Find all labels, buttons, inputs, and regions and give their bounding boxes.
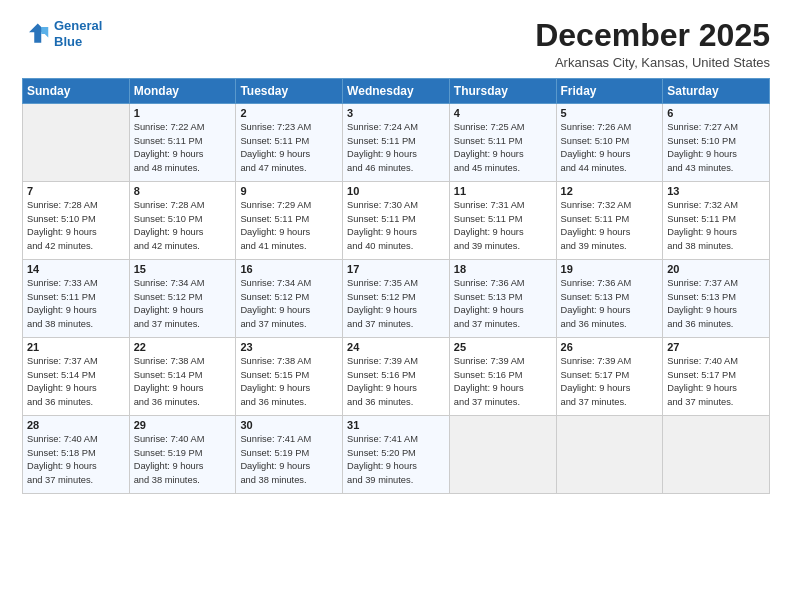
calendar-cell: 30Sunrise: 7:41 AMSunset: 5:19 PMDayligh… [236, 416, 343, 494]
calendar-cell: 9Sunrise: 7:29 AMSunset: 5:11 PMDaylight… [236, 182, 343, 260]
calendar-cell: 21Sunrise: 7:37 AMSunset: 5:14 PMDayligh… [23, 338, 130, 416]
calendar-week-1: 1Sunrise: 7:22 AMSunset: 5:11 PMDaylight… [23, 104, 770, 182]
col-saturday: Saturday [663, 79, 770, 104]
calendar-cell [449, 416, 556, 494]
title-block: December 2025 Arkansas City, Kansas, Uni… [535, 18, 770, 70]
day-info: Sunrise: 7:26 AMSunset: 5:10 PMDaylight:… [561, 121, 659, 175]
day-number: 24 [347, 341, 445, 353]
calendar-cell [23, 104, 130, 182]
calendar-cell: 26Sunrise: 7:39 AMSunset: 5:17 PMDayligh… [556, 338, 663, 416]
page: General Blue December 2025 Arkansas City… [0, 0, 792, 612]
day-info: Sunrise: 7:35 AMSunset: 5:12 PMDaylight:… [347, 277, 445, 331]
day-info: Sunrise: 7:27 AMSunset: 5:10 PMDaylight:… [667, 121, 765, 175]
day-number: 2 [240, 107, 338, 119]
day-number: 26 [561, 341, 659, 353]
day-number: 18 [454, 263, 552, 275]
day-number: 28 [27, 419, 125, 431]
calendar-header: Sunday Monday Tuesday Wednesday Thursday… [23, 79, 770, 104]
logo: General Blue [22, 18, 102, 49]
calendar-cell: 14Sunrise: 7:33 AMSunset: 5:11 PMDayligh… [23, 260, 130, 338]
day-number: 16 [240, 263, 338, 275]
calendar-cell: 15Sunrise: 7:34 AMSunset: 5:12 PMDayligh… [129, 260, 236, 338]
day-info: Sunrise: 7:39 AMSunset: 5:16 PMDaylight:… [347, 355, 445, 409]
calendar-table: Sunday Monday Tuesday Wednesday Thursday… [22, 78, 770, 494]
day-number: 3 [347, 107, 445, 119]
day-info: Sunrise: 7:40 AMSunset: 5:19 PMDaylight:… [134, 433, 232, 487]
calendar-cell: 23Sunrise: 7:38 AMSunset: 5:15 PMDayligh… [236, 338, 343, 416]
logo-icon [22, 20, 50, 48]
calendar-cell: 7Sunrise: 7:28 AMSunset: 5:10 PMDaylight… [23, 182, 130, 260]
day-info: Sunrise: 7:40 AMSunset: 5:17 PMDaylight:… [667, 355, 765, 409]
day-info: Sunrise: 7:34 AMSunset: 5:12 PMDaylight:… [240, 277, 338, 331]
calendar-week-2: 7Sunrise: 7:28 AMSunset: 5:10 PMDaylight… [23, 182, 770, 260]
col-monday: Monday [129, 79, 236, 104]
day-info: Sunrise: 7:41 AMSunset: 5:20 PMDaylight:… [347, 433, 445, 487]
calendar-cell [556, 416, 663, 494]
day-info: Sunrise: 7:33 AMSunset: 5:11 PMDaylight:… [27, 277, 125, 331]
day-info: Sunrise: 7:38 AMSunset: 5:14 PMDaylight:… [134, 355, 232, 409]
day-info: Sunrise: 7:39 AMSunset: 5:17 PMDaylight:… [561, 355, 659, 409]
calendar-cell [663, 416, 770, 494]
day-number: 6 [667, 107, 765, 119]
day-number: 13 [667, 185, 765, 197]
calendar-week-4: 21Sunrise: 7:37 AMSunset: 5:14 PMDayligh… [23, 338, 770, 416]
col-tuesday: Tuesday [236, 79, 343, 104]
day-number: 31 [347, 419, 445, 431]
calendar-cell: 17Sunrise: 7:35 AMSunset: 5:12 PMDayligh… [343, 260, 450, 338]
calendar-cell: 3Sunrise: 7:24 AMSunset: 5:11 PMDaylight… [343, 104, 450, 182]
calendar-body: 1Sunrise: 7:22 AMSunset: 5:11 PMDaylight… [23, 104, 770, 494]
day-number: 11 [454, 185, 552, 197]
day-number: 8 [134, 185, 232, 197]
col-sunday: Sunday [23, 79, 130, 104]
day-number: 29 [134, 419, 232, 431]
day-info: Sunrise: 7:28 AMSunset: 5:10 PMDaylight:… [134, 199, 232, 253]
header: General Blue December 2025 Arkansas City… [22, 18, 770, 70]
day-info: Sunrise: 7:32 AMSunset: 5:11 PMDaylight:… [561, 199, 659, 253]
day-info: Sunrise: 7:34 AMSunset: 5:12 PMDaylight:… [134, 277, 232, 331]
svg-marker-2 [41, 27, 48, 38]
calendar-cell: 13Sunrise: 7:32 AMSunset: 5:11 PMDayligh… [663, 182, 770, 260]
day-info: Sunrise: 7:25 AMSunset: 5:11 PMDaylight:… [454, 121, 552, 175]
day-number: 25 [454, 341, 552, 353]
day-info: Sunrise: 7:40 AMSunset: 5:18 PMDaylight:… [27, 433, 125, 487]
day-info: Sunrise: 7:37 AMSunset: 5:13 PMDaylight:… [667, 277, 765, 331]
day-info: Sunrise: 7:37 AMSunset: 5:14 PMDaylight:… [27, 355, 125, 409]
day-info: Sunrise: 7:32 AMSunset: 5:11 PMDaylight:… [667, 199, 765, 253]
calendar-cell: 25Sunrise: 7:39 AMSunset: 5:16 PMDayligh… [449, 338, 556, 416]
month-title: December 2025 [535, 18, 770, 53]
calendar-cell: 16Sunrise: 7:34 AMSunset: 5:12 PMDayligh… [236, 260, 343, 338]
logo-text: General Blue [54, 18, 102, 49]
calendar-cell: 24Sunrise: 7:39 AMSunset: 5:16 PMDayligh… [343, 338, 450, 416]
day-number: 7 [27, 185, 125, 197]
day-number: 9 [240, 185, 338, 197]
header-row: Sunday Monday Tuesday Wednesday Thursday… [23, 79, 770, 104]
calendar-week-5: 28Sunrise: 7:40 AMSunset: 5:18 PMDayligh… [23, 416, 770, 494]
day-number: 5 [561, 107, 659, 119]
day-number: 10 [347, 185, 445, 197]
day-number: 27 [667, 341, 765, 353]
day-info: Sunrise: 7:28 AMSunset: 5:10 PMDaylight:… [27, 199, 125, 253]
calendar-cell: 19Sunrise: 7:36 AMSunset: 5:13 PMDayligh… [556, 260, 663, 338]
calendar-cell: 27Sunrise: 7:40 AMSunset: 5:17 PMDayligh… [663, 338, 770, 416]
day-number: 1 [134, 107, 232, 119]
day-info: Sunrise: 7:41 AMSunset: 5:19 PMDaylight:… [240, 433, 338, 487]
day-number: 19 [561, 263, 659, 275]
location: Arkansas City, Kansas, United States [535, 55, 770, 70]
day-info: Sunrise: 7:36 AMSunset: 5:13 PMDaylight:… [561, 277, 659, 331]
day-info: Sunrise: 7:39 AMSunset: 5:16 PMDaylight:… [454, 355, 552, 409]
day-info: Sunrise: 7:38 AMSunset: 5:15 PMDaylight:… [240, 355, 338, 409]
day-info: Sunrise: 7:29 AMSunset: 5:11 PMDaylight:… [240, 199, 338, 253]
day-number: 15 [134, 263, 232, 275]
day-number: 20 [667, 263, 765, 275]
day-info: Sunrise: 7:36 AMSunset: 5:13 PMDaylight:… [454, 277, 552, 331]
day-info: Sunrise: 7:30 AMSunset: 5:11 PMDaylight:… [347, 199, 445, 253]
calendar-cell: 29Sunrise: 7:40 AMSunset: 5:19 PMDayligh… [129, 416, 236, 494]
calendar-cell: 2Sunrise: 7:23 AMSunset: 5:11 PMDaylight… [236, 104, 343, 182]
day-info: Sunrise: 7:24 AMSunset: 5:11 PMDaylight:… [347, 121, 445, 175]
day-number: 30 [240, 419, 338, 431]
calendar-week-3: 14Sunrise: 7:33 AMSunset: 5:11 PMDayligh… [23, 260, 770, 338]
day-number: 4 [454, 107, 552, 119]
calendar-cell: 10Sunrise: 7:30 AMSunset: 5:11 PMDayligh… [343, 182, 450, 260]
day-number: 22 [134, 341, 232, 353]
col-thursday: Thursday [449, 79, 556, 104]
